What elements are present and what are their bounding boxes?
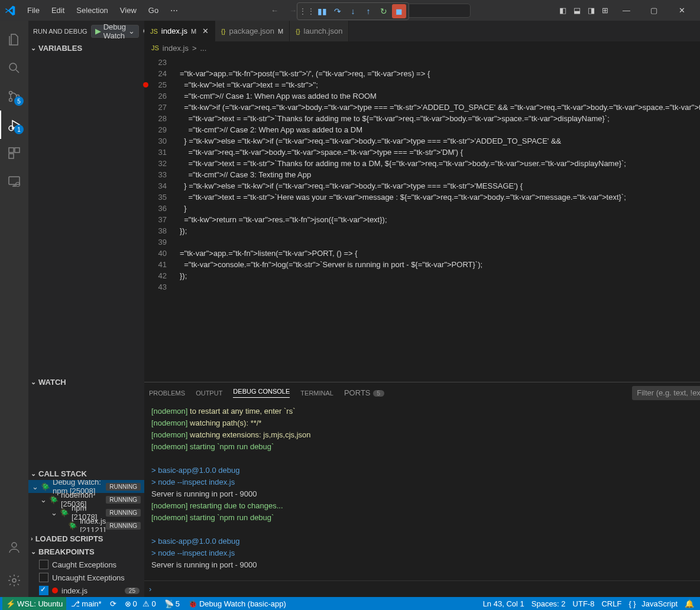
sb-debug-target[interactable]: 🐞Debug Watch (basic-app) <box>184 599 290 608</box>
line-number[interactable]: 26 <box>144 90 167 102</box>
tab-package.json[interactable]: {}package.jsonM <box>215 21 290 41</box>
line-number[interactable]: 39 <box>144 236 167 248</box>
activity-settings[interactable] <box>0 566 28 595</box>
layout-right-icon[interactable]: ◨ <box>585 4 598 17</box>
code-line[interactable]: ="tk-kw">return ="tk-var">res.="tk-fn">j… <box>180 214 700 225</box>
sb-lang[interactable]: { } JavaScript <box>625 599 681 608</box>
menu-file[interactable]: File <box>22 4 44 17</box>
debug-stepout-icon[interactable]: ↑ <box>361 4 375 18</box>
sb-cursor[interactable]: Ln 43, Col 1 <box>479 599 528 608</box>
code-line[interactable]: ="tk-var">app.="tk-fn">post(="tk-str">'/… <box>180 68 700 79</box>
line-number[interactable]: 43 <box>144 281 167 293</box>
activity-files[interactable] <box>0 25 28 54</box>
console-filter[interactable]: Filter (e.g. text, !exclude) <box>632 386 700 400</box>
layout-bottom-icon[interactable]: ⬓ <box>571 4 584 17</box>
line-number[interactable]: 29 <box>144 124 167 135</box>
debug-drag-icon[interactable]: ⋮⋮ <box>300 4 314 18</box>
editor[interactable]: 2324252627282930313233343536373839404142… <box>144 54 700 382</box>
panel-tab-terminal[interactable]: TERMINAL <box>300 390 333 397</box>
code-line[interactable]: ="tk-var">req.="tk-var">body.="tk-var">s… <box>180 147 700 158</box>
debug-stop-icon[interactable]: ◼ <box>392 4 406 18</box>
section-variables[interactable]: ⌄VARIABLES <box>28 41 144 54</box>
panel-tab-ports[interactable]: PORTS5 <box>344 388 384 397</box>
window-close[interactable]: ✕ <box>669 0 695 21</box>
activity-debug[interactable]: 1 <box>0 111 28 139</box>
console-input[interactable]: › <box>144 580 700 597</box>
activity-scm[interactable]: 5 <box>0 82 28 111</box>
debug-console[interactable]: [nodemon] to restart at any time, enter … <box>144 403 700 580</box>
sb-remote[interactable]: ⚡WSL: Ubuntu <box>2 597 66 610</box>
window-maximize[interactable]: ▢ <box>641 0 667 21</box>
line-number[interactable]: 42 <box>144 270 167 281</box>
section-watch[interactable]: ⌄WATCH <box>28 375 144 388</box>
section-callstack[interactable]: ⌄CALL STACK <box>28 467 144 480</box>
sb-ports[interactable]: 📡5 <box>161 599 183 608</box>
layout-customize-icon[interactable]: ⊞ <box>599 4 612 17</box>
checkbox-icon[interactable] <box>39 573 48 582</box>
code-line[interactable]: ="tk-cmt">// Case 1: When App was added … <box>180 90 700 102</box>
menu-edit[interactable]: Edit <box>47 4 69 17</box>
code-line[interactable]: } ="tk-kw">else ="tk-kw">if (="tk-var">r… <box>180 180 700 192</box>
menu-selection[interactable]: Selection <box>72 4 112 17</box>
debug-stepinto-icon[interactable]: ↓ <box>346 4 360 18</box>
code-line[interactable]: } <box>180 203 700 214</box>
panel-tab-problems[interactable]: PROBLEMS <box>149 390 185 397</box>
line-number[interactable]: 35 <box>144 192 167 203</box>
sb-eol[interactable]: CRLF <box>598 599 625 608</box>
debug-stepover-icon[interactable]: ↷ <box>330 4 345 18</box>
debug-restart-icon[interactable]: ↻ <box>377 4 391 18</box>
line-number[interactable]: 23 <box>144 57 167 68</box>
sb-encoding[interactable]: UTF-8 <box>569 599 598 608</box>
section-loaded[interactable]: ›LOADED SCRIPTS <box>28 532 144 545</box>
code-line[interactable] <box>180 281 700 293</box>
code-line[interactable]: ="tk-var">text = ="tk-str">`Thanks for a… <box>180 113 700 124</box>
debug-pause-icon[interactable]: ▮▮ <box>315 4 329 18</box>
activity-extensions[interactable] <box>0 139 28 167</box>
line-number[interactable]: 31 <box>144 147 167 158</box>
line-number[interactable]: 36 <box>144 203 167 214</box>
code-line[interactable] <box>180 57 700 68</box>
code-line[interactable]: ="tk-var">text = ="tk-str">`Thanks for a… <box>180 158 700 169</box>
line-number[interactable]: 41 <box>144 259 167 270</box>
line-number[interactable]: 33 <box>144 169 167 180</box>
code-line[interactable]: ="tk-cmt">// Case 2: When App was added … <box>180 124 700 135</box>
line-number[interactable]: 40 <box>144 248 167 259</box>
layout-left-icon[interactable]: ◧ <box>556 4 569 17</box>
code-line[interactable]: ="tk-var">text = ="tk-str">`Here was you… <box>180 192 700 203</box>
tab-index.js[interactable]: JSindex.jsM✕ <box>144 21 215 41</box>
sb-spaces[interactable]: Spaces: 2 <box>528 599 569 608</box>
line-number[interactable]: 34 <box>144 180 167 192</box>
code-line[interactable]: }); <box>180 270 700 281</box>
bp-uncaught[interactable]: Uncaught Exceptions <box>28 571 144 584</box>
code-line[interactable]: ="tk-cmt">// Case 3: Texting the App <box>180 169 700 180</box>
line-number[interactable]: 38 <box>144 225 167 236</box>
code-line[interactable]: } ="tk-kw">else ="tk-kw">if (="tk-var">r… <box>180 135 700 147</box>
line-number[interactable]: 27 <box>144 102 167 113</box>
menu-go[interactable]: Go <box>144 4 163 17</box>
debug-config-selector[interactable]: ▶ Debug Watch ⌄ <box>91 25 139 38</box>
nav-back[interactable]: ← <box>268 6 281 15</box>
breakpoint-dot-icon[interactable] <box>143 82 148 87</box>
line-number[interactable]: 24 <box>144 68 167 79</box>
debug-toolbar[interactable]: ⋮⋮ ▮▮ ↷ ↓ ↑ ↻ ◼ <box>297 2 409 20</box>
code-line[interactable]: ="tk-var">app.="tk-fn">listen(="tk-var">… <box>180 248 700 259</box>
bp-caught[interactable]: Caught Exceptions <box>28 558 144 571</box>
window-minimize[interactable]: — <box>613 0 640 21</box>
code-line[interactable]: ="tk-var">console.="tk-fn">log(="tk-str"… <box>180 259 700 270</box>
code-line[interactable]: ="tk-kw">if (="tk-var">req.="tk-var">bod… <box>180 102 700 113</box>
sb-sync[interactable]: ⟳ <box>106 599 120 608</box>
checkbox-checked-icon[interactable] <box>39 586 48 595</box>
line-number[interactable]: 37 <box>144 214 167 225</box>
line-number[interactable]: 25 <box>144 79 167 90</box>
code-line[interactable]: ="tk-kw">let ="tk-var">text = ="tk-str">… <box>180 79 700 90</box>
menu-more[interactable]: ⋯ <box>166 4 183 17</box>
line-number[interactable]: 32 <box>144 158 167 169</box>
panel-tab-debugconsole[interactable]: DEBUG CONSOLE <box>233 388 290 398</box>
sb-branch[interactable]: ⎇main* <box>67 599 105 608</box>
close-icon[interactable]: ✕ <box>202 27 209 35</box>
tab-launch.json[interactable]: {}launch.json <box>290 21 349 41</box>
panel-tab-output[interactable]: OUTPUT <box>196 390 222 397</box>
sb-notifications[interactable]: 🔔 <box>681 599 698 608</box>
sb-errors[interactable]: ⊗0 ⚠0 <box>121 599 160 608</box>
callstack-row[interactable]: 🪲index.js [21121]RUNNING <box>28 519 144 532</box>
